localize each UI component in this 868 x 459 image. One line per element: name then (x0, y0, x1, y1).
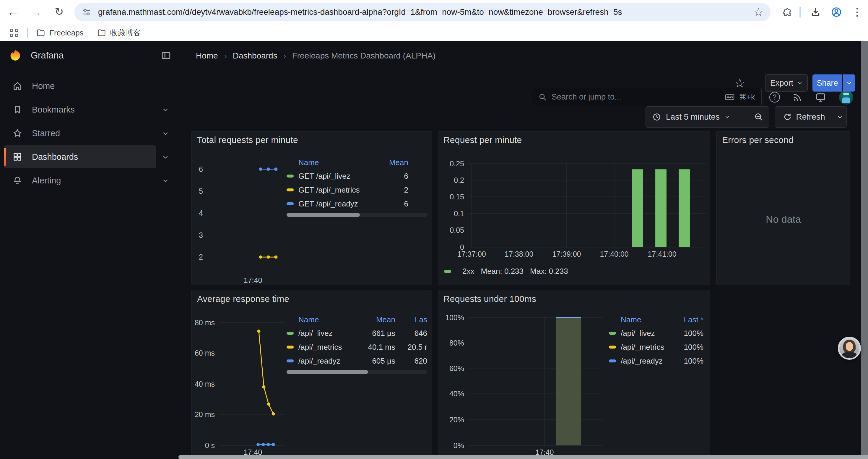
series-mean: 661 µs (360, 329, 395, 338)
time-range-picker[interactable]: Last 5 minutes (646, 112, 748, 122)
breadcrumb-home[interactable]: Home (196, 51, 218, 61)
series-mean: 6 (379, 199, 408, 208)
scrollbar-thumb[interactable] (286, 213, 360, 217)
series-name[interactable]: GET /api/_livez (299, 172, 379, 181)
back-button[interactable]: ← (5, 4, 21, 20)
series-name[interactable]: GET /api/_metrics (299, 186, 379, 195)
share-button[interactable]: Share (812, 74, 842, 92)
scrollbar-thumb[interactable] (286, 370, 368, 374)
legend-row: GET /api/_livez 6 (286, 169, 427, 183)
sidebar-toggle-icon[interactable] (161, 50, 172, 62)
svg-text:17:40: 17:40 (244, 276, 262, 285)
share-label: Share (816, 78, 838, 88)
legend-row: /api/_metrics 40.1 ms 20.5 r (286, 340, 427, 354)
bookmark-folder-blogs[interactable]: 收藏博客 (97, 28, 141, 38)
favorite-star-icon[interactable]: ☆ (733, 76, 747, 90)
forward-button[interactable]: → (28, 4, 44, 20)
svg-text:100%: 100% (445, 314, 464, 322)
svg-text:17:39:00: 17:39:00 (552, 250, 581, 258)
url-bar[interactable]: grafana.mathmast.com/d/deytv4rwavabkb/fr… (74, 3, 771, 21)
reload-button[interactable]: ↻ (51, 4, 67, 20)
sidebar-item-label: Bookmarks (32, 105, 75, 114)
chevron-down-icon[interactable] (162, 106, 169, 113)
sidebar-item-bookmarks[interactable]: Bookmarks (4, 98, 156, 121)
bookmarks-bar: Freeleaps 收藏博客 (0, 24, 868, 41)
legend-scrollbar[interactable] (286, 213, 427, 217)
legend-header: Name Mean Las (286, 314, 427, 326)
svg-text:3: 3 (199, 231, 203, 239)
series-name[interactable]: /api/_livez (299, 329, 360, 338)
chevron-down-icon[interactable] (162, 154, 169, 161)
legend-col-name[interactable]: Name (609, 315, 668, 324)
download-icon[interactable] (808, 4, 824, 20)
page-scrollbar-vertical[interactable] (861, 41, 868, 459)
legend-row: GET /api/_metrics 2 (286, 183, 427, 197)
search-input[interactable]: Search or jump to... ⌘+k (532, 88, 762, 106)
series-name[interactable]: /api/_metrics (299, 342, 360, 352)
svg-text:0%: 0% (454, 441, 464, 450)
series-name[interactable]: /api/_metrics (621, 342, 668, 352)
breadcrumb-dashboards[interactable]: Dashboards (233, 51, 277, 61)
extensions-icon[interactable] (779, 4, 795, 20)
url-text[interactable]: grafana.mathmast.com/d/deytv4rwavabkb/fr… (98, 7, 750, 17)
apps-grid-icon[interactable] (10, 29, 18, 37)
refresh-button[interactable]: Refresh (775, 112, 833, 122)
refresh-interval-button[interactable] (833, 107, 846, 127)
bookmark-star-icon[interactable]: ☆ (753, 6, 764, 18)
menu-icon[interactable]: ⋮ (849, 4, 865, 20)
zoom-out-button[interactable] (748, 112, 769, 122)
legend-col-name[interactable]: Name (286, 158, 379, 167)
monitor-icon[interactable] (813, 90, 829, 105)
floating-assistant-avatar[interactable] (838, 337, 861, 360)
export-button[interactable]: Export (765, 74, 808, 92)
help-icon[interactable]: ? (767, 90, 782, 105)
series-mean: 2 (379, 186, 408, 195)
grafana-logo[interactable] (9, 49, 23, 64)
toolbar-divider (800, 6, 801, 18)
site-info-icon[interactable] (82, 8, 91, 17)
panel-total-requests: Total requests per minute 6543217:40 Nam… (191, 131, 432, 285)
screen: ← → ↻ grafana.mathmast.com/d/deytv4rwava… (0, 0, 868, 459)
chevron-down-icon[interactable] (162, 130, 169, 137)
legend-col-last[interactable]: Last * (668, 315, 704, 324)
series-swatch (609, 359, 616, 362)
rss-icon[interactable] (790, 90, 805, 105)
legend-col-mean[interactable]: Mean (379, 158, 408, 167)
series-swatch (286, 346, 294, 349)
time-range-label: Last 5 minutes (666, 112, 720, 122)
legend-col-last[interactable]: Las (395, 315, 427, 324)
svg-text:60 ms: 60 ms (195, 349, 215, 357)
series-name[interactable]: GET /api/_readyz (299, 199, 379, 208)
legend-row: /api/_livez 661 µs 646 (286, 326, 427, 340)
svg-text:2: 2 (199, 253, 203, 261)
bookmark-folder-freeleaps[interactable]: Freeleaps (36, 28, 84, 37)
series-name[interactable]: 2xx (462, 267, 474, 276)
sidebar-item-dashboards[interactable]: Dashboards (4, 145, 156, 168)
page-scrollbar-horizontal[interactable] (179, 455, 868, 459)
user-avatar[interactable] (839, 90, 853, 104)
browser-toolbar: ← → ↻ grafana.mathmast.com/d/deytv4rwava… (0, 0, 868, 24)
series-last: 100% (668, 329, 704, 338)
series-swatch (444, 270, 451, 273)
series-name[interactable]: /api/_livez (621, 329, 668, 338)
svg-text:0.25: 0.25 (450, 160, 464, 168)
svg-text:17:41:00: 17:41:00 (648, 250, 676, 258)
profile-icon[interactable] (829, 4, 844, 20)
legend-col-name[interactable]: Name (286, 315, 360, 324)
series-name[interactable]: /api/_readyz (621, 357, 668, 366)
legend-scrollbar[interactable] (286, 370, 427, 374)
apps-icon (12, 152, 23, 162)
no-data-label: No data (717, 214, 850, 225)
chevron-down-icon[interactable] (162, 177, 169, 184)
share-menu-button[interactable] (843, 74, 855, 92)
request-per-minute-chart[interactable]: 0.250.20.150.10.05017:37:0017:38:0017:39… (438, 131, 710, 285)
sidebar-item-starred[interactable]: Starred (4, 122, 156, 145)
grafana-brand[interactable]: Grafana (31, 50, 64, 61)
sidebar-item-alerting[interactable]: Alerting (4, 169, 156, 192)
panel-title[interactable]: Errors per second (722, 135, 794, 145)
series-name[interactable]: /api/_readyz (299, 357, 360, 366)
legend-col-mean[interactable]: Mean (360, 315, 395, 324)
sidebar-item-home[interactable]: Home (4, 74, 156, 97)
svg-text:4: 4 (199, 209, 203, 217)
refresh-label: Refresh (796, 112, 825, 122)
